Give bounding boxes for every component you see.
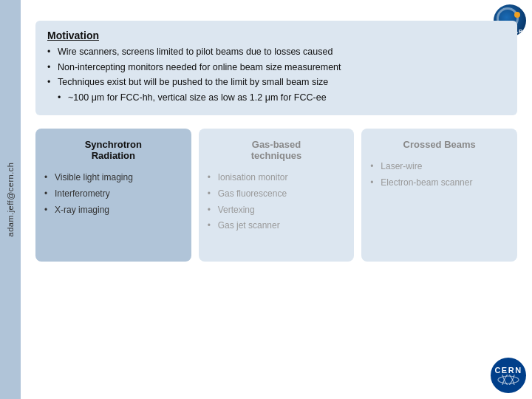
gas-item-3: Vertexing bbox=[208, 204, 346, 216]
motivation-list: Wire scanners, screens limited to pilot … bbox=[47, 46, 505, 104]
gas-item-4: Gas jet scanner bbox=[208, 219, 346, 232]
main-content: Motivation Wire scanners, screens limite… bbox=[21, 0, 532, 399]
gas-based-title: Gas-basedtechniques bbox=[208, 139, 346, 161]
motivation-title: Motivation bbox=[47, 30, 505, 41]
columns-row: SynchrotronRadiation Visible light imagi… bbox=[35, 129, 517, 262]
crossed-beams-column: Crossed Beams Laser-wire Electron-beam s… bbox=[361, 129, 517, 262]
synchrotron-item-1: Visible light imaging bbox=[44, 171, 183, 184]
crossed-beams-list: Laser-wire Electron-beam scanner bbox=[370, 160, 508, 189]
synchrotron-list: Visible light imaging Interferometry X-r… bbox=[44, 171, 183, 216]
motivation-bullet-3: Techniques exist but will be pushed to t… bbox=[47, 76, 505, 89]
gas-item-2: Gas fluorescence bbox=[208, 188, 346, 200]
gas-based-column: Gas-basedtechniques Ionisation monitor G… bbox=[199, 129, 355, 262]
sidebar: adam.jeff@cern.ch bbox=[0, 0, 21, 399]
motivation-sub-bullet: ~100 μm for FCC-hh, vertical size as low… bbox=[47, 92, 505, 105]
crossed-item-2: Electron-beam scanner bbox=[370, 177, 508, 189]
gas-based-list: Ionisation monitor Gas fluorescence Vert… bbox=[208, 171, 346, 232]
crossed-item-1: Laser-wire bbox=[370, 160, 508, 173]
gas-item-1: Ionisation monitor bbox=[208, 171, 346, 184]
synchrotron-title: SynchrotronRadiation bbox=[44, 139, 183, 161]
synchrotron-column: SynchrotronRadiation Visible light imagi… bbox=[35, 129, 191, 262]
motivation-box: Motivation Wire scanners, screens limite… bbox=[35, 21, 517, 115]
synchrotron-item-2: Interferometry bbox=[44, 188, 183, 200]
motivation-bullet-1: Wire scanners, screens limited to pilot … bbox=[47, 46, 505, 59]
crossed-beams-title: Crossed Beams bbox=[370, 139, 508, 150]
sidebar-label: adam.jeff@cern.ch bbox=[6, 163, 15, 237]
motivation-bullet-2: Non-intercepting monitors needed for onl… bbox=[47, 61, 505, 75]
synchrotron-item-3: X-ray imaging bbox=[44, 204, 183, 216]
